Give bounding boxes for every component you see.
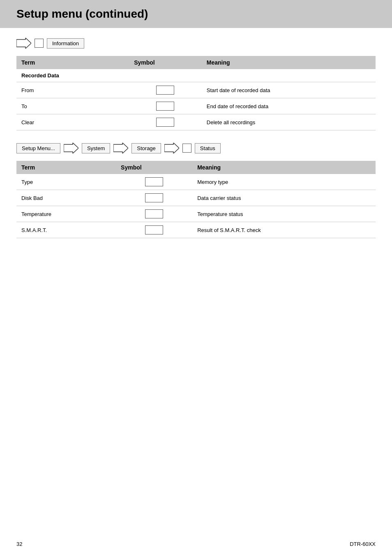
- symbol-box: [145, 209, 163, 218]
- term-cell: From: [16, 82, 129, 98]
- table1-col-meaning: Meaning: [202, 56, 376, 69]
- symbol-cell: [129, 114, 202, 130]
- section1-table: Term Symbol Meaning Recorded Data From S…: [16, 56, 376, 130]
- term-cell: Temperature: [16, 206, 116, 222]
- symbol-box: [145, 177, 163, 186]
- meaning-cell: Start date of recorded data: [202, 82, 376, 98]
- meaning-cell: [202, 69, 376, 82]
- svg-marker-3: [164, 143, 179, 153]
- footer: 32 DTR-60XX: [16, 541, 376, 547]
- nav-screen-icon-2: [182, 144, 191, 153]
- symbol-box: [145, 193, 163, 202]
- section2-table: Term Symbol Meaning Type Memory type Dis…: [16, 161, 376, 238]
- page: Setup menu (continued) Information Term …: [0, 0, 392, 557]
- symbol-cell: [116, 222, 192, 238]
- nav-screen-icon-1: [35, 39, 44, 48]
- symbol-cell: [116, 190, 192, 206]
- table-row: To End date of recorded data: [16, 98, 376, 114]
- symbol-box: [145, 225, 163, 234]
- table-row: Clear Delete all recordings: [16, 114, 376, 130]
- arrow-icon-3: [113, 143, 128, 153]
- breadcrumb-nav: Setup Menu... System Storage Status: [16, 143, 376, 153]
- symbol-box: [156, 86, 174, 95]
- section1-label: Information: [47, 38, 84, 49]
- table-row: From Start date of recorded data: [16, 82, 376, 98]
- document-id: DTR-60XX: [350, 541, 376, 547]
- breadcrumb-setup-menu: Setup Menu...: [16, 143, 60, 153]
- meaning-cell: Delete all recordings: [202, 114, 376, 130]
- symbol-cell: [116, 174, 192, 190]
- symbol-cell: [129, 98, 202, 114]
- arrow-icon-4: [164, 143, 179, 153]
- table-row: Temperature Temperature status: [16, 206, 376, 222]
- table-row: Disk Bad Data carrier status: [16, 190, 376, 206]
- term-cell: Clear: [16, 114, 129, 130]
- symbol-box: [156, 118, 174, 127]
- header-bar: Setup menu (continued): [0, 0, 392, 28]
- svg-marker-0: [16, 38, 31, 49]
- page-title: Setup menu (continued): [16, 7, 382, 21]
- table1-col-symbol: Symbol: [129, 56, 202, 69]
- table-row: Recorded Data: [16, 69, 376, 82]
- table1-header-row: Term Symbol Meaning: [16, 56, 376, 69]
- term-cell: Recorded Data: [16, 69, 129, 82]
- table1-col-term: Term: [16, 56, 129, 69]
- table-row: S.M.A.R.T. Result of S.M.A.R.T. check: [16, 222, 376, 238]
- table-row: Type Memory type: [16, 174, 376, 190]
- symbol-cell: [129, 82, 202, 98]
- table2-col-symbol: Symbol: [116, 161, 192, 174]
- meaning-cell: End date of recorded data: [202, 98, 376, 114]
- section1-nav: Information: [16, 38, 376, 49]
- table2-header-row: Term Symbol Meaning: [16, 161, 376, 174]
- symbol-cell: [116, 206, 192, 222]
- meaning-cell: Data carrier status: [192, 190, 376, 206]
- meaning-cell: Temperature status: [192, 206, 376, 222]
- meaning-cell: Memory type: [192, 174, 376, 190]
- table2-col-term: Term: [16, 161, 116, 174]
- arrow-icon-1: [16, 38, 31, 49]
- term-cell: To: [16, 98, 129, 114]
- breadcrumb-storage: Storage: [131, 143, 161, 153]
- term-cell: Type: [16, 174, 116, 190]
- page-number: 32: [16, 541, 22, 547]
- symbol-cell: [129, 69, 202, 82]
- term-cell: Disk Bad: [16, 190, 116, 206]
- svg-marker-1: [64, 143, 78, 153]
- term-cell: S.M.A.R.T.: [16, 222, 116, 238]
- meaning-cell: Result of S.M.A.R.T. check: [192, 222, 376, 238]
- breadcrumb-status: Status: [195, 143, 221, 153]
- table2-col-meaning: Meaning: [192, 161, 376, 174]
- symbol-box: [156, 102, 174, 111]
- arrow-icon-2: [64, 143, 78, 153]
- breadcrumb-system: System: [82, 143, 110, 153]
- svg-marker-2: [113, 143, 128, 153]
